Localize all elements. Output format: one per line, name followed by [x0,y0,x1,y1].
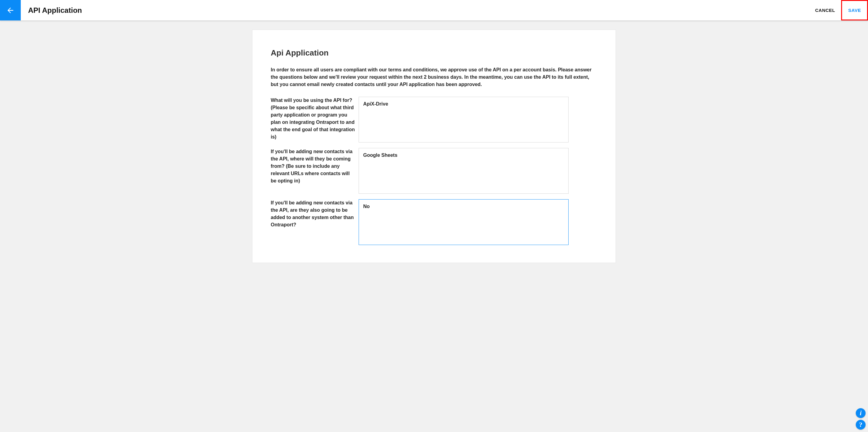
help-button[interactable]: ? [856,420,866,430]
arrow-left-icon [6,6,14,14]
form-row-othersys: If you'll be adding new contacts via the… [271,199,597,246]
page-header: API Application CANCEL SAVE [0,0,868,21]
field-label-source: If you'll be adding new contacts via the… [271,148,359,185]
form-intro: In order to ensure all users are complia… [271,66,597,88]
help-icon: ? [859,421,863,428]
save-button[interactable]: SAVE [842,1,867,20]
content-area: Api Application In order to ensure all u… [0,21,868,263]
field-input-othersys[interactable] [359,199,568,245]
field-label-othersys: If you'll be adding new contacts via the… [271,199,359,229]
field-input-usage[interactable] [359,97,568,142]
info-icon: i [860,410,862,417]
floating-buttons: i ? [856,408,866,430]
field-label-usage: What will you be using the API for? (Ple… [271,97,359,141]
back-button[interactable] [0,0,21,21]
save-button-highlight: SAVE [841,0,868,21]
form-row-source: If you'll be adding new contacts via the… [271,148,597,195]
page-title: API Application [28,6,82,14]
header-actions: CANCEL SAVE [809,0,868,21]
field-input-source[interactable] [359,148,568,194]
form-card: Api Application In order to ensure all u… [252,30,616,263]
form-title: Api Application [271,48,597,58]
form-row-usage: What will you be using the API for? (Ple… [271,97,597,144]
info-button[interactable]: i [856,408,866,418]
cancel-button[interactable]: CANCEL [809,0,841,21]
